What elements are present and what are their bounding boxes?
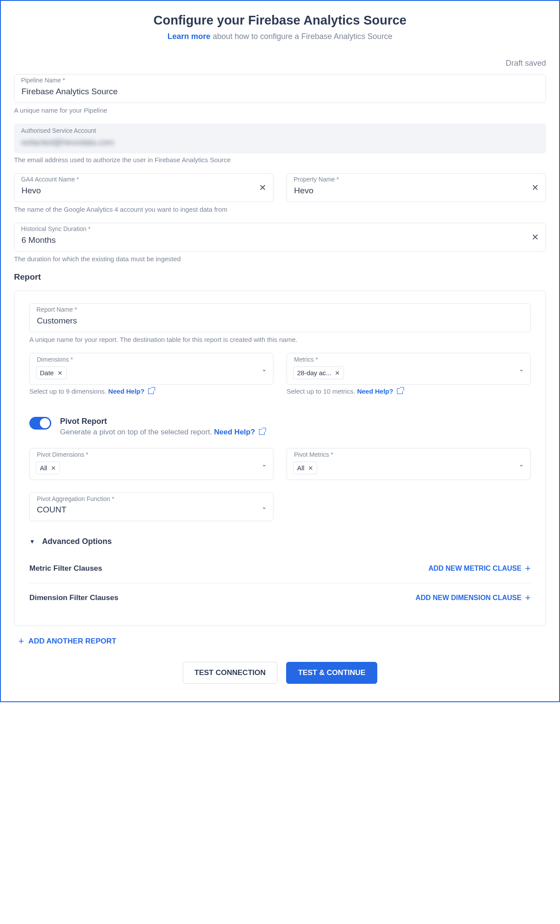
- plus-icon: +: [525, 564, 531, 573]
- sync-duration-input[interactable]: [14, 223, 546, 252]
- ga4-label: GA4 Account Name *: [21, 176, 79, 183]
- test-continue-button[interactable]: TEST & CONTINUE: [286, 662, 377, 684]
- metrics-help-link[interactable]: Need Help?: [357, 387, 403, 395]
- metric-clauses-title: Metric Filter Clauses: [29, 564, 102, 573]
- metric-chip[interactable]: 28-day ac... ✕: [293, 366, 344, 379]
- pivot-title: Pivot Report: [60, 417, 265, 426]
- chevron-down-icon: ⌄: [519, 366, 524, 373]
- close-icon[interactable]: ✕: [51, 465, 56, 472]
- plus-icon: +: [18, 636, 24, 646]
- triangle-down-icon: ▼: [29, 538, 35, 545]
- dimensions-select[interactable]: Dimensions * Date ✕ ⌄: [29, 353, 273, 385]
- learn-more-link[interactable]: Learn more: [167, 32, 210, 41]
- service-account-helper: The email address used to authorize the …: [14, 156, 546, 163]
- close-icon[interactable]: ✕: [532, 182, 539, 193]
- pivot-dimension-chip[interactable]: All ✕: [36, 462, 60, 474]
- metrics-helper: Select up to 10 metrics.: [287, 387, 357, 395]
- pipeline-name-label: Pipeline Name *: [21, 77, 65, 84]
- external-link-icon: [259, 429, 265, 435]
- chevron-down-icon: ⌄: [262, 503, 267, 510]
- sync-helper: The duration for which the existing data…: [14, 255, 546, 263]
- pivot-toggle[interactable]: [29, 417, 51, 430]
- divider: [29, 583, 531, 583]
- sync-label: Historical Sync Duration *: [21, 225, 91, 232]
- report-name-label: Report Name *: [36, 306, 77, 313]
- report-name-input[interactable]: [29, 303, 531, 332]
- plus-icon: +: [525, 593, 531, 603]
- pivot-metrics-select[interactable]: Pivot Metrics * All ✕ ⌄: [287, 448, 531, 480]
- dimension-chip[interactable]: Date ✕: [36, 366, 67, 379]
- dimensions-help-link[interactable]: Need Help?: [108, 387, 154, 395]
- metrics-select[interactable]: Metrics * 28-day ac... ✕ ⌄: [287, 353, 531, 385]
- pivot-dimensions-select[interactable]: Pivot Dimensions * All ✕ ⌄: [29, 448, 273, 480]
- external-link-icon: [397, 388, 403, 394]
- chevron-down-icon: ⌄: [519, 461, 524, 468]
- close-icon[interactable]: ✕: [308, 465, 313, 472]
- add-dimension-clause-button[interactable]: ADD NEW DIMENSION CLAUSE +: [415, 593, 531, 603]
- advanced-options-toggle[interactable]: ▼ Advanced Options: [29, 537, 531, 546]
- chevron-down-icon: ⌄: [262, 461, 267, 468]
- dimension-clauses-title: Dimension Filter Clauses: [29, 593, 118, 602]
- page-title: Configure your Firebase Analytics Source: [14, 13, 546, 28]
- property-label: Property Name *: [294, 176, 339, 183]
- close-icon[interactable]: ✕: [259, 182, 266, 193]
- service-account-field: Authorised Service Account redacted@hevo…: [14, 124, 546, 153]
- close-icon[interactable]: ✕: [57, 370, 63, 377]
- pivot-aggregation-select[interactable]: Pivot Aggregation Function * COUNT ⌄: [29, 492, 273, 521]
- ga4-helper: The name of the Google Analytics 4 accou…: [14, 206, 273, 213]
- test-connection-button[interactable]: TEST CONNECTION: [183, 662, 277, 684]
- add-metric-clause-button[interactable]: ADD NEW METRIC CLAUSE +: [429, 564, 531, 573]
- report-section-header: Report: [14, 272, 546, 282]
- pivot-help-link[interactable]: Need Help?: [214, 428, 265, 436]
- pipeline-name-helper: A unique name for your Pipeline: [14, 107, 546, 114]
- external-link-icon: [148, 388, 154, 394]
- pivot-metric-chip[interactable]: All ✕: [293, 462, 317, 474]
- chevron-down-icon: ⌄: [262, 366, 267, 373]
- dimensions-helper: Select up to 9 dimensions.: [29, 387, 108, 395]
- close-icon[interactable]: ✕: [532, 232, 539, 242]
- report-name-helper: A unique name for your report. The desti…: [29, 336, 531, 343]
- close-icon[interactable]: ✕: [335, 370, 340, 377]
- page-subtitle: Learn more about how to configure a Fire…: [14, 32, 546, 41]
- add-another-report-button[interactable]: + ADD ANOTHER REPORT: [18, 636, 546, 646]
- report-card: Report Name * A unique name for your rep…: [14, 291, 546, 626]
- pivot-desc: Generate a pivot on top of the selected …: [60, 428, 214, 436]
- draft-status: Draft saved: [506, 59, 546, 68]
- pipeline-name-input[interactable]: [14, 74, 546, 103]
